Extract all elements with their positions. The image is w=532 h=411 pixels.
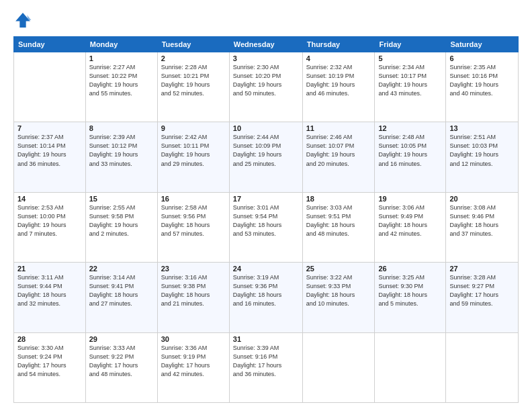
calendar-cell: 25Sunrise: 3:22 AM Sunset: 9:33 PM Dayli…: [302, 263, 375, 332]
calendar-cell: 9Sunrise: 2:42 AM Sunset: 10:11 PM Dayli…: [157, 122, 229, 192]
calendar-cell: 1Sunrise: 2:27 AM Sunset: 10:22 PM Dayli…: [85, 52, 157, 122]
calendar-header-saturday: Saturday: [446, 37, 519, 52]
day-info: Sunrise: 2:44 AM Sunset: 10:09 PM Daylig…: [233, 133, 299, 168]
day-info: Sunrise: 2:51 AM Sunset: 10:03 PM Daylig…: [449, 133, 515, 168]
calendar-cell: 5Sunrise: 2:34 AM Sunset: 10:17 PM Dayli…: [375, 52, 446, 122]
day-number: 7: [17, 124, 82, 132]
day-number: 18: [306, 195, 371, 203]
day-info: Sunrise: 3:39 AM Sunset: 9:16 PM Dayligh…: [233, 344, 299, 379]
calendar-cell: 31Sunrise: 3:39 AM Sunset: 9:16 PM Dayli…: [229, 332, 302, 402]
day-info: Sunrise: 2:30 AM Sunset: 10:20 PM Daylig…: [233, 63, 299, 98]
day-number: 19: [378, 195, 442, 203]
page: SundayMondayTuesdayWednesdayThursdayFrid…: [0, 0, 532, 411]
day-info: Sunrise: 2:39 AM Sunset: 10:12 PM Daylig…: [89, 133, 154, 168]
calendar-cell: 10Sunrise: 2:44 AM Sunset: 10:09 PM Dayl…: [229, 122, 302, 192]
day-number: 31: [233, 335, 299, 343]
calendar-cell: 27Sunrise: 3:28 AM Sunset: 9:27 PM Dayli…: [446, 263, 519, 332]
calendar-cell: 26Sunrise: 3:25 AM Sunset: 9:30 PM Dayli…: [375, 263, 446, 332]
day-info: Sunrise: 3:36 AM Sunset: 9:19 PM Dayligh…: [161, 344, 226, 379]
day-number: 10: [233, 124, 299, 132]
calendar-cell: 11Sunrise: 2:46 AM Sunset: 10:07 PM Dayl…: [302, 122, 375, 192]
day-number: 21: [17, 265, 82, 273]
logo: [13, 11, 35, 30]
day-info: Sunrise: 2:37 AM Sunset: 10:14 PM Daylig…: [17, 133, 82, 168]
day-number: 6: [449, 54, 515, 62]
day-number: 8: [89, 124, 154, 132]
day-number: 24: [233, 265, 299, 273]
calendar-cell: 21Sunrise: 3:11 AM Sunset: 9:44 PM Dayli…: [14, 263, 86, 332]
day-info: Sunrise: 3:01 AM Sunset: 9:54 PM Dayligh…: [233, 203, 299, 238]
calendar-cell: 15Sunrise: 2:55 AM Sunset: 9:58 PM Dayli…: [85, 192, 157, 262]
calendar-cell: 8Sunrise: 2:39 AM Sunset: 10:12 PM Dayli…: [85, 122, 157, 192]
calendar-cell: 17Sunrise: 3:01 AM Sunset: 9:54 PM Dayli…: [229, 192, 302, 262]
calendar-cell: 16Sunrise: 2:58 AM Sunset: 9:56 PM Dayli…: [157, 192, 229, 262]
day-number: 4: [306, 54, 371, 62]
calendar-week-row: 7Sunrise: 2:37 AM Sunset: 10:14 PM Dayli…: [14, 122, 519, 192]
day-info: Sunrise: 2:48 AM Sunset: 10:05 PM Daylig…: [378, 133, 442, 168]
day-info: Sunrise: 3:03 AM Sunset: 9:51 PM Dayligh…: [306, 203, 371, 238]
day-info: Sunrise: 2:27 AM Sunset: 10:22 PM Daylig…: [89, 63, 154, 98]
day-number: 15: [89, 195, 154, 203]
day-info: Sunrise: 3:33 AM Sunset: 9:22 PM Dayligh…: [89, 344, 154, 379]
calendar-cell: [14, 52, 86, 122]
calendar-cell: 4Sunrise: 2:32 AM Sunset: 10:19 PM Dayli…: [302, 52, 375, 122]
day-number: 20: [449, 195, 515, 203]
calendar-week-row: 1Sunrise: 2:27 AM Sunset: 10:22 PM Dayli…: [14, 52, 519, 122]
calendar-cell: [302, 332, 375, 402]
day-info: Sunrise: 3:22 AM Sunset: 9:33 PM Dayligh…: [306, 273, 371, 308]
day-number: 27: [449, 265, 515, 273]
day-info: Sunrise: 2:34 AM Sunset: 10:17 PM Daylig…: [378, 63, 442, 98]
calendar-cell: 12Sunrise: 2:48 AM Sunset: 10:05 PM Dayl…: [375, 122, 446, 192]
calendar-cell: [375, 332, 446, 402]
calendar-cell: 2Sunrise: 2:28 AM Sunset: 10:21 PM Dayli…: [157, 52, 229, 122]
day-number: 23: [161, 265, 226, 273]
day-info: Sunrise: 2:55 AM Sunset: 9:58 PM Dayligh…: [89, 203, 154, 238]
day-info: Sunrise: 3:30 AM Sunset: 9:24 PM Dayligh…: [17, 344, 82, 379]
day-info: Sunrise: 2:58 AM Sunset: 9:56 PM Dayligh…: [161, 203, 226, 238]
calendar-cell: 6Sunrise: 2:35 AM Sunset: 10:16 PM Dayli…: [446, 52, 519, 122]
day-number: 22: [89, 265, 154, 273]
day-info: Sunrise: 2:42 AM Sunset: 10:11 PM Daylig…: [161, 133, 226, 168]
day-info: Sunrise: 2:46 AM Sunset: 10:07 PM Daylig…: [306, 133, 371, 168]
day-info: Sunrise: 2:28 AM Sunset: 10:21 PM Daylig…: [161, 63, 226, 98]
logo-icon: [13, 11, 32, 30]
day-number: 2: [161, 54, 226, 62]
day-number: 28: [17, 335, 82, 343]
day-info: Sunrise: 3:11 AM Sunset: 9:44 PM Dayligh…: [17, 273, 82, 308]
day-info: Sunrise: 3:19 AM Sunset: 9:36 PM Dayligh…: [233, 273, 299, 308]
calendar-cell: 23Sunrise: 3:16 AM Sunset: 9:38 PM Dayli…: [157, 263, 229, 332]
day-info: Sunrise: 2:53 AM Sunset: 10:00 PM Daylig…: [17, 203, 82, 238]
calendar-week-row: 14Sunrise: 2:53 AM Sunset: 10:00 PM Dayl…: [14, 192, 519, 262]
calendar-header-tuesday: Tuesday: [157, 37, 229, 52]
calendar-cell: 30Sunrise: 3:36 AM Sunset: 9:19 PM Dayli…: [157, 332, 229, 402]
calendar-cell: 13Sunrise: 2:51 AM Sunset: 10:03 PM Dayl…: [446, 122, 519, 192]
calendar-cell: 7Sunrise: 2:37 AM Sunset: 10:14 PM Dayli…: [14, 122, 86, 192]
day-info: Sunrise: 2:32 AM Sunset: 10:19 PM Daylig…: [306, 63, 371, 98]
day-number: 12: [378, 124, 442, 132]
day-number: 1: [89, 54, 154, 62]
day-number: 5: [378, 54, 442, 62]
calendar-week-row: 28Sunrise: 3:30 AM Sunset: 9:24 PM Dayli…: [14, 332, 519, 402]
calendar-cell: 3Sunrise: 2:30 AM Sunset: 10:20 PM Dayli…: [229, 52, 302, 122]
day-number: 25: [306, 265, 371, 273]
day-info: Sunrise: 3:28 AM Sunset: 9:27 PM Dayligh…: [449, 273, 515, 308]
header: [13, 11, 519, 30]
calendar-table: SundayMondayTuesdayWednesdayThursdayFrid…: [13, 36, 519, 403]
calendar-header-row: SundayMondayTuesdayWednesdayThursdayFrid…: [14, 37, 519, 52]
day-info: Sunrise: 3:25 AM Sunset: 9:30 PM Dayligh…: [378, 273, 442, 308]
calendar-cell: 14Sunrise: 2:53 AM Sunset: 10:00 PM Dayl…: [14, 192, 86, 262]
calendar-header-wednesday: Wednesday: [229, 37, 302, 52]
day-number: 13: [449, 124, 515, 132]
day-number: 17: [233, 195, 299, 203]
day-number: 29: [89, 335, 154, 343]
calendar-cell: 24Sunrise: 3:19 AM Sunset: 9:36 PM Dayli…: [229, 263, 302, 332]
day-info: Sunrise: 3:08 AM Sunset: 9:46 PM Dayligh…: [449, 203, 515, 238]
day-info: Sunrise: 3:06 AM Sunset: 9:49 PM Dayligh…: [378, 203, 442, 238]
calendar-week-row: 21Sunrise: 3:11 AM Sunset: 9:44 PM Dayli…: [14, 263, 519, 332]
day-number: 16: [161, 195, 226, 203]
calendar-cell: 20Sunrise: 3:08 AM Sunset: 9:46 PM Dayli…: [446, 192, 519, 262]
calendar-cell: 28Sunrise: 3:30 AM Sunset: 9:24 PM Dayli…: [14, 332, 86, 402]
day-number: 9: [161, 124, 226, 132]
day-info: Sunrise: 2:35 AM Sunset: 10:16 PM Daylig…: [449, 63, 515, 98]
day-number: 3: [233, 54, 299, 62]
